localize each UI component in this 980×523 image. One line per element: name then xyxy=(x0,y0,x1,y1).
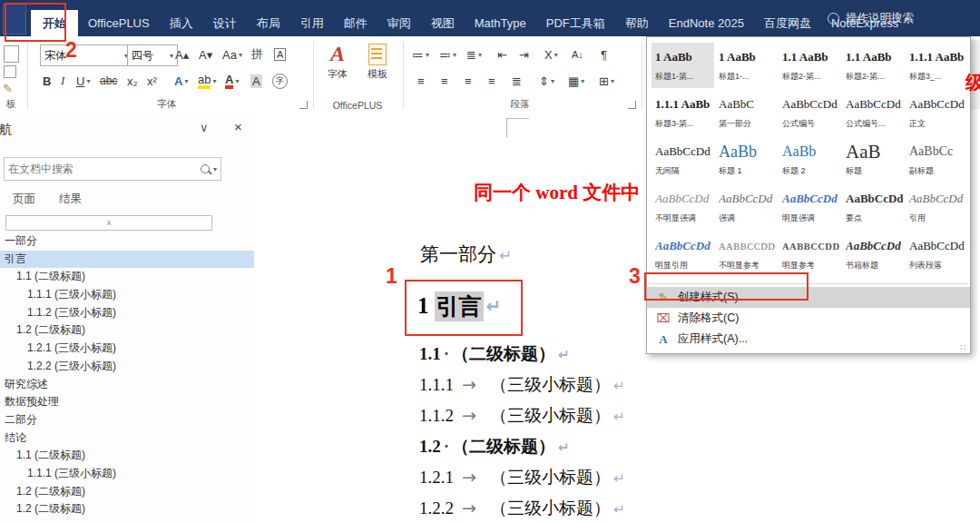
nav-item[interactable]: 结论 xyxy=(0,429,254,448)
tell-me-search[interactable]: 操作说明搜索 xyxy=(828,0,914,36)
style-item[interactable]: AaBbCcDd正文 xyxy=(906,90,968,135)
style-item[interactable]: 1 AaBb标题1-第... xyxy=(652,43,714,88)
style-item[interactable]: AaBb标题 1 xyxy=(715,137,778,183)
tab-view[interactable]: 视图 xyxy=(421,10,465,36)
apply-styles-menu-item[interactable]: A 应用样式(A)... xyxy=(647,329,970,350)
style-item[interactable]: AaBbCcDd明显强调 xyxy=(779,184,841,230)
clear-formatting-menu-item[interactable]: ⌧ 清除格式(C) xyxy=(647,308,970,329)
style-item[interactable]: AaBbCcDd明显引用 xyxy=(652,232,714,277)
style-item[interactable]: 1.1.1 AaBb标题3_... xyxy=(906,43,968,88)
style-item[interactable]: AaBbCcDd书籍标题 xyxy=(842,232,905,277)
style-item[interactable]: AaBbCcDd要点 xyxy=(842,184,905,230)
paragraph-dialog-launcher-icon[interactable] xyxy=(628,101,636,109)
style-item[interactable]: 1.1.1 AaBb标题3-第... xyxy=(652,90,714,135)
create-style-menu-item[interactable]: ✎ 创建样式(S) xyxy=(647,287,970,308)
highlight-color-button[interactable]: ab▾ xyxy=(198,71,216,91)
tab-layout[interactable]: 布局 xyxy=(247,10,290,36)
nav-item[interactable]: 研究综述 xyxy=(0,376,254,394)
tab-officeplus[interactable]: OfficePLUS xyxy=(78,10,160,36)
nav-item-selected[interactable]: 引言 xyxy=(0,251,254,269)
tab-design[interactable]: 设计 xyxy=(203,10,247,36)
tab-home[interactable]: 开始 xyxy=(31,10,78,36)
asian-layout-button[interactable]: X▾ xyxy=(544,44,558,64)
style-item[interactable]: AaBbCcDd公式编号 xyxy=(779,90,841,135)
subscript-button[interactable]: x₂ xyxy=(127,71,138,91)
character-shading-button[interactable]: A xyxy=(250,71,262,91)
nav-item[interactable]: 一部分 xyxy=(0,232,254,251)
format-painter-icon[interactable]: ✎ xyxy=(3,78,13,98)
nav-item[interactable]: 1.2 (二级标题) xyxy=(0,500,254,518)
phonetic-guide-button[interactable]: 拼 xyxy=(251,44,263,64)
underline-button[interactable]: U▾ xyxy=(76,71,90,91)
nav-item[interactable]: 1.1.1 (三级小标题) xyxy=(0,286,254,304)
sort-button[interactable]: A↓ xyxy=(572,44,583,64)
paste-icon[interactable] xyxy=(4,45,19,63)
tab-help[interactable]: 帮助 xyxy=(615,10,659,36)
nav-item[interactable]: 1.2.2 (三级小标题) xyxy=(0,358,254,376)
style-item[interactable]: 1.1 AaBb标题2-第... xyxy=(842,43,905,88)
font-dialog-launcher-icon[interactable] xyxy=(299,101,308,109)
style-item[interactable]: 1.1 AaBb标题2-第... xyxy=(779,43,841,88)
text-effects-button[interactable]: A▾ xyxy=(174,71,188,91)
tab-insert[interactable]: 插入 xyxy=(160,10,203,36)
decrease-indent-button[interactable]: ⇤ xyxy=(497,44,507,64)
chevron-down-icon[interactable]: ∨ xyxy=(200,121,209,134)
officeplus-template-button[interactable]: 模板 xyxy=(359,42,396,94)
style-item[interactable]: AaBbCcDd不明显强调 xyxy=(652,184,714,230)
multilevel-list-button[interactable]: ≣▾ xyxy=(466,44,482,64)
superscript-button[interactable]: x² xyxy=(147,71,157,91)
font-name-combo[interactable]: 宋体 ▾ xyxy=(40,44,132,66)
bold-button[interactable]: B xyxy=(43,71,51,91)
grow-font-button[interactable]: A▴ xyxy=(175,44,189,64)
font-color-button[interactable]: A▾ xyxy=(225,71,239,91)
nav-search-input[interactable]: 在文档中搜索 ▾ xyxy=(4,157,221,181)
nav-item[interactable]: 1.2.1 (三级小标题) xyxy=(0,340,254,358)
style-item[interactable]: AaBbC第一部分 xyxy=(715,90,778,135)
nav-item[interactable]: 1.2 (二级标题) xyxy=(0,321,254,340)
align-left-button[interactable]: ≡ xyxy=(417,71,425,91)
nav-item[interactable]: 1.2 (二级标题) xyxy=(0,483,254,501)
nav-tab-pages[interactable]: 页面 xyxy=(13,192,35,207)
align-center-button[interactable]: ≡ xyxy=(441,71,448,91)
officeplus-font-button[interactable]: A 字体 xyxy=(319,42,356,94)
nav-filter-box[interactable]: x xyxy=(5,215,212,231)
tab-mailings[interactable]: 邮件 xyxy=(334,10,377,36)
strikethrough-button[interactable]: abc xyxy=(100,71,117,91)
nav-item[interactable]: 1.1 (二级标题) xyxy=(0,268,254,286)
increase-indent-button[interactable]: ⇥ xyxy=(519,44,529,64)
style-item[interactable]: 1 AaBb标题1-... xyxy=(715,43,778,88)
style-item[interactable]: AaBbCcDd强调 xyxy=(715,184,778,230)
nav-item[interactable]: 二部分 xyxy=(0,411,254,429)
style-item[interactable]: AaBbCcDd引用 xyxy=(906,184,968,230)
nav-tab-results[interactable]: 结果 xyxy=(59,192,82,207)
style-item[interactable]: AaBbCcDd公式编号... xyxy=(842,90,905,135)
bulleted-list-button[interactable]: ≔▾ xyxy=(412,44,429,64)
nav-item[interactable]: 数据预处理 xyxy=(0,393,254,411)
tab-mathtype[interactable]: MathType xyxy=(465,10,536,36)
italic-button[interactable]: I xyxy=(61,71,64,91)
nav-item[interactable]: 1.1 (二级标题) xyxy=(0,447,254,465)
style-item[interactable]: AaB标题 xyxy=(842,137,905,183)
tab-endnote[interactable]: EndNote 2025 xyxy=(659,10,754,36)
style-item[interactable]: AABBCCDD明显参考 xyxy=(779,232,841,277)
shading-button[interactable]: ▦▾ xyxy=(568,71,584,91)
enclose-characters-button[interactable]: 字 xyxy=(272,71,288,91)
change-case-button[interactable]: Aa▾ xyxy=(222,44,242,64)
line-spacing-button[interactable]: ⇕▾ xyxy=(539,71,554,91)
borders-button[interactable]: ⊞▾ xyxy=(599,71,614,91)
distributed-button[interactable]: ≣ xyxy=(512,71,522,91)
style-item[interactable]: AaBb标题 2 xyxy=(779,137,841,183)
shrink-font-button[interactable]: A▾ xyxy=(199,44,212,64)
nav-item[interactable]: 1.1.1 (三级小标题) xyxy=(0,465,254,483)
numbered-list-button[interactable]: ≕▾ xyxy=(439,44,456,64)
style-item[interactable]: AABBCCDD不明显参考 xyxy=(715,232,778,277)
font-size-combo[interactable]: 四号 ▾ xyxy=(127,44,178,66)
copy-icon[interactable] xyxy=(4,65,16,78)
app-icon[interactable] xyxy=(3,4,26,35)
resize-grip-icon[interactable]: ∷ xyxy=(960,342,966,352)
tab-review[interactable]: 审阅 xyxy=(377,10,421,36)
close-icon[interactable]: × xyxy=(234,119,242,134)
justify-button[interactable]: ≡ xyxy=(488,71,495,91)
character-border-button[interactable]: A xyxy=(274,44,286,64)
tab-baidu-netdisk[interactable]: 百度网盘 xyxy=(754,10,821,36)
